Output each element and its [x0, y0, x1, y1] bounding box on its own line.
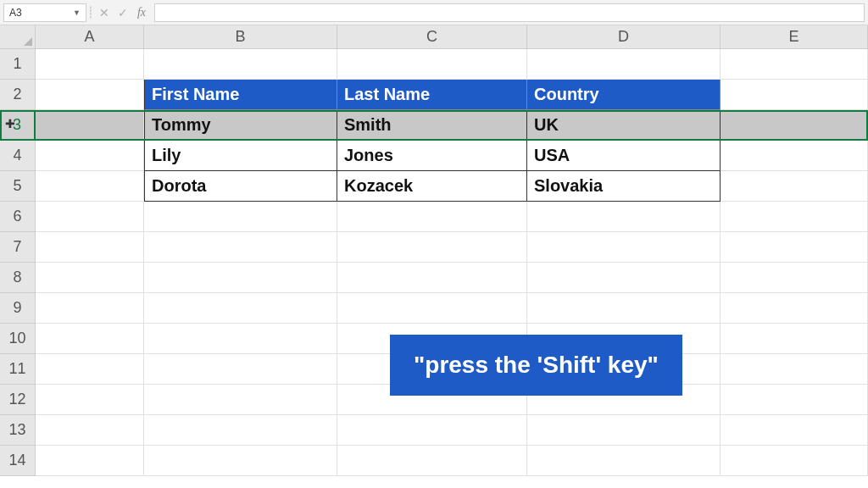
cell[interactable]	[36, 141, 144, 171]
cell[interactable]	[36, 446, 144, 476]
cell[interactable]	[36, 415, 144, 446]
row-header-3[interactable]: 3	[0, 110, 36, 141]
cell-last-name[interactable]: Smith	[337, 110, 527, 141]
cell[interactable]	[721, 49, 868, 80]
cell[interactable]	[337, 415, 527, 446]
formula-input[interactable]	[154, 3, 865, 22]
cell[interactable]	[721, 232, 868, 263]
cell[interactable]	[144, 324, 337, 354]
table-row	[36, 49, 868, 80]
cell[interactable]	[144, 446, 337, 476]
cell[interactable]	[721, 110, 868, 141]
cell[interactable]	[144, 49, 337, 80]
row-header-12[interactable]: 12	[0, 385, 36, 415]
cell[interactable]	[721, 324, 868, 354]
cell[interactable]	[144, 232, 337, 263]
cell-first-name[interactable]: Tommy	[144, 110, 337, 141]
cell[interactable]	[337, 446, 527, 476]
cell[interactable]	[36, 385, 144, 415]
cell[interactable]	[721, 293, 868, 324]
cell[interactable]	[36, 354, 144, 385]
row-header-11[interactable]: 11	[0, 354, 36, 385]
cell[interactable]	[36, 263, 144, 293]
name-box[interactable]: A3 ▼	[3, 3, 86, 22]
row-header-7[interactable]: 7	[0, 232, 36, 263]
cell[interactable]	[144, 202, 337, 232]
col-header-A[interactable]: A	[36, 25, 144, 49]
cell[interactable]	[36, 202, 144, 232]
row-header-6[interactable]: 6	[0, 202, 36, 232]
header-country[interactable]: Country	[527, 80, 721, 110]
table-row	[36, 263, 868, 293]
cell[interactable]	[527, 232, 721, 263]
cell-country[interactable]: UK	[527, 110, 721, 141]
cell[interactable]	[527, 446, 721, 476]
chevron-down-icon[interactable]: ▼	[73, 8, 81, 17]
col-header-C[interactable]: C	[337, 25, 527, 49]
cancel-icon[interactable]: ✕	[95, 3, 114, 22]
cell-first-name[interactable]: Lily	[144, 141, 337, 171]
cell[interactable]	[721, 354, 868, 385]
cell[interactable]	[721, 80, 868, 110]
table-row: Lily Jones USA	[36, 141, 868, 171]
cell[interactable]	[144, 293, 337, 324]
cell[interactable]	[36, 324, 144, 354]
cell[interactable]	[527, 202, 721, 232]
cell[interactable]	[36, 232, 144, 263]
cell[interactable]	[721, 171, 868, 202]
cell[interactable]	[721, 415, 868, 446]
cells-area[interactable]: First Name Last Name Country Tommy Smith…	[36, 49, 868, 476]
cell[interactable]	[36, 49, 144, 80]
cell[interactable]	[527, 415, 721, 446]
cell-last-name[interactable]: Kozacek	[337, 171, 527, 202]
cell[interactable]	[144, 354, 337, 385]
table-row	[36, 446, 868, 476]
cell[interactable]	[337, 293, 527, 324]
cell-country[interactable]: USA	[527, 141, 721, 171]
cell[interactable]	[337, 263, 527, 293]
row-header-10[interactable]: 10	[0, 324, 36, 354]
cell-country[interactable]: Slovakia	[527, 171, 721, 202]
row-header-14[interactable]: 14	[0, 446, 36, 476]
table-row: First Name Last Name Country	[36, 80, 868, 110]
select-all-corner[interactable]	[0, 25, 36, 49]
cell[interactable]	[721, 263, 868, 293]
row-header-8[interactable]: 8	[0, 263, 36, 293]
cell[interactable]	[36, 293, 144, 324]
row-header-2[interactable]: 2	[0, 80, 36, 110]
cell[interactable]	[337, 49, 527, 80]
row-header-4[interactable]: 4	[0, 141, 36, 171]
cell[interactable]	[527, 263, 721, 293]
cell[interactable]	[527, 49, 721, 80]
cell[interactable]	[144, 263, 337, 293]
cell[interactable]	[144, 385, 337, 415]
confirm-icon[interactable]: ✓	[114, 3, 132, 22]
col-header-D[interactable]: D	[527, 25, 721, 49]
header-last-name[interactable]: Last Name	[337, 80, 527, 110]
cell[interactable]	[36, 171, 144, 202]
header-first-name[interactable]: First Name	[144, 80, 337, 110]
cell[interactable]	[721, 385, 868, 415]
col-header-B[interactable]: B	[144, 25, 337, 49]
row-header-5[interactable]: 5	[0, 171, 36, 202]
col-header-E[interactable]: E	[721, 25, 868, 49]
cell[interactable]	[721, 202, 868, 232]
cell[interactable]	[337, 232, 527, 263]
row-header-9[interactable]: 9	[0, 293, 36, 324]
row-header-1[interactable]: 1	[0, 49, 36, 80]
cell[interactable]	[36, 110, 144, 141]
cell[interactable]	[721, 446, 868, 476]
fx-icon[interactable]: fx	[132, 3, 151, 22]
cell-last-name[interactable]: Jones	[337, 141, 527, 171]
cell[interactable]	[36, 80, 144, 110]
formula-bar: A3 ▼ ┊ ✕ ✓ fx	[0, 0, 868, 25]
table-row	[36, 232, 868, 263]
column-headers: A B C D E	[36, 25, 868, 49]
cell-first-name[interactable]: Dorota	[144, 171, 337, 202]
cell[interactable]	[337, 202, 527, 232]
cell[interactable]	[721, 141, 868, 171]
table-row	[36, 415, 868, 446]
row-header-13[interactable]: 13	[0, 415, 36, 446]
cell[interactable]	[144, 415, 337, 446]
cell[interactable]	[527, 293, 721, 324]
